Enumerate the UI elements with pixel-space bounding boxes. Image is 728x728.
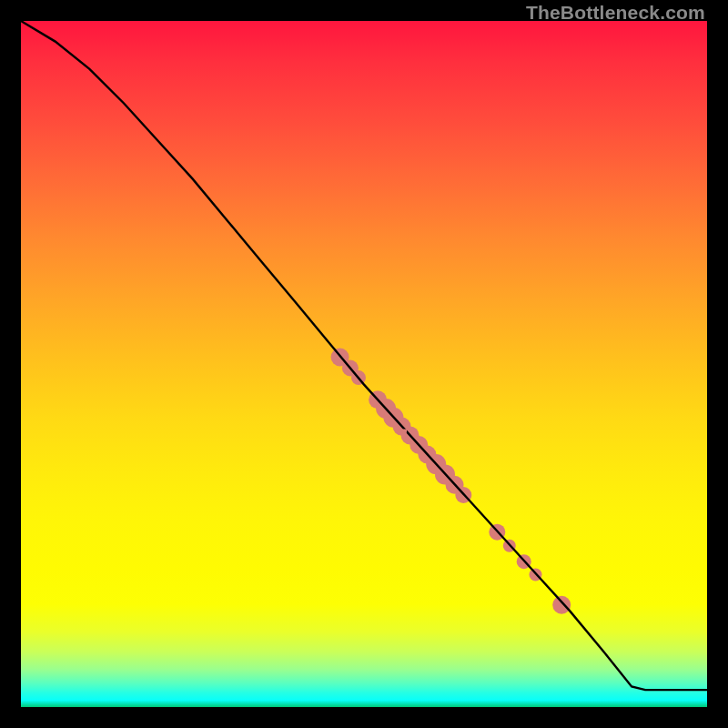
watermark-text: TheBottleneck.com [526, 2, 705, 24]
chart-curve [21, 21, 707, 690]
chart-overlay [21, 21, 707, 707]
chart-marker [552, 596, 571, 614]
